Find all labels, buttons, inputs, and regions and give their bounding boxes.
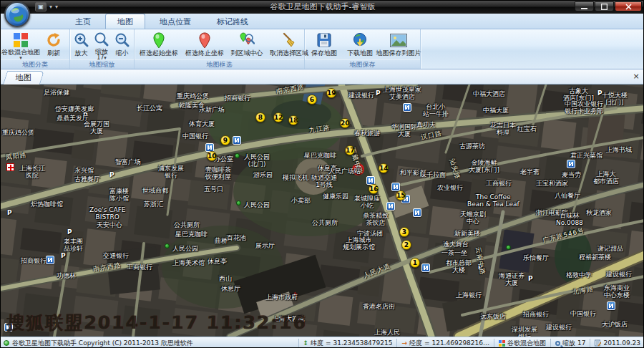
watermark-text: 搜狐联盟2014-1-17 11:32:16 bbox=[6, 311, 307, 334]
latitude-value: 31.234538479215 bbox=[333, 339, 392, 347]
broom-icon bbox=[281, 32, 297, 49]
qat-dropdown-icon[interactable]: ▾ bbox=[49, 4, 52, 10]
ribbon-group-select: 框选起始坐标 框选终止坐标 到区域中心 取消选择区域 地图框选 bbox=[135, 29, 305, 69]
window-title: 谷歌卫星地图下载助手-睿智版 bbox=[1, 1, 644, 14]
hybrid-map-button[interactable]: 谷歌混合地图 ▾ bbox=[2, 31, 39, 61]
refresh-button[interactable]: 刷新 bbox=[39, 31, 68, 61]
qat-customize-icon[interactable]: ▾ bbox=[55, 4, 58, 10]
statusbar-date: 2011.09.23 bbox=[590, 339, 644, 348]
zoom-level-button[interactable]: 缩放 17▾ bbox=[91, 31, 112, 61]
zoom-level-icon bbox=[94, 32, 109, 47]
save-map-button[interactable]: 保存地图 bbox=[306, 31, 342, 61]
zoom-in-button[interactable]: 放大 bbox=[72, 31, 91, 61]
date-icon bbox=[595, 339, 601, 347]
select-start-coord-button[interactable]: 框选起始坐标 bbox=[136, 31, 182, 61]
group-label-zoom: 地图缩放 bbox=[70, 59, 134, 69]
statusbar-longitude: → 经度 = 121.469298216… bbox=[396, 339, 494, 348]
image-icon bbox=[390, 32, 407, 49]
window-controls bbox=[575, 1, 642, 11]
tab-home[interactable]: 主页 bbox=[64, 14, 102, 29]
close-button[interactable] bbox=[615, 1, 642, 11]
app-icon[interactable] bbox=[4, 1, 30, 27]
minimize-button[interactable] bbox=[575, 1, 594, 11]
group-label-save: 地图保存 bbox=[305, 59, 420, 69]
group-label-map-type: 地图分类 bbox=[1, 59, 69, 69]
latitude-arrow-icon: ↕ bbox=[303, 339, 309, 347]
longitude-value: 121.469298216… bbox=[431, 339, 489, 347]
quick-access-toolbar: ▣ ▾ ▾ bbox=[35, 2, 58, 11]
refresh-icon bbox=[46, 32, 62, 49]
zoom-out-icon bbox=[114, 32, 130, 49]
ribbon-group-save: 保存地图 下载地图 地图保存到图片 地图保存 bbox=[305, 29, 421, 69]
select-end-coord-button[interactable]: 框选终止坐标 bbox=[182, 31, 228, 61]
ribbon: 谷歌混合地图 ▾ 刷新 地图分类 放大 缩放 bbox=[1, 29, 644, 69]
doc-tab-map[interactable]: 地图 bbox=[3, 71, 44, 84]
status-dot-icon bbox=[4, 340, 9, 346]
region-center-button[interactable]: 到区域中心 bbox=[228, 31, 266, 61]
longitude-arrow-icon: → bbox=[401, 339, 407, 347]
tab-route[interactable]: 标记路线 bbox=[205, 14, 260, 29]
globe-icon bbox=[8, 5, 28, 25]
window-menu-icon[interactable]: ▣ bbox=[35, 2, 47, 11]
floppy-disk-icon bbox=[317, 32, 331, 49]
statusbar-map-type: 谷歌混合地图 bbox=[494, 339, 550, 348]
download-map-button[interactable]: 下载地图 bbox=[342, 31, 378, 61]
date-value: 2011.09.23 bbox=[603, 339, 640, 347]
map-texture bbox=[1, 84, 644, 337]
map-canvas[interactable]: 南京西路九江路西藏中路人民大道南京西路云南中路汉口路汕头路广东路546号北海路凤… bbox=[1, 84, 644, 337]
tab-map[interactable]: 地图 bbox=[105, 14, 145, 29]
doc-tab-close-icon[interactable]: × bbox=[631, 72, 641, 82]
statusbar: 谷歌卫星地图下载助手 Copyright (C) 2011-2013 欣思维软件… bbox=[1, 337, 644, 348]
ribbon-group-zoom: 放大 缩放 17▾ 缩小 地图缩放 bbox=[70, 29, 135, 69]
red-pin-icon bbox=[199, 32, 210, 49]
zoom-out-button[interactable]: 缩小 bbox=[112, 31, 132, 61]
ribbon-spacer bbox=[421, 29, 644, 69]
save-map-to-image-button[interactable]: 地图保存到图片 bbox=[378, 31, 419, 61]
magnifier-mini-icon bbox=[555, 341, 560, 346]
ribbon-tab-row: 主页 地图 地点位置 标记路线 bbox=[1, 14, 644, 29]
tab-location[interactable]: 地点位置 bbox=[148, 14, 203, 29]
ribbon-group-map-type: 谷歌混合地图 ▾ 刷新 地图分类 bbox=[1, 29, 70, 69]
titlebar: 谷歌卫星地图下载助手-睿智版 ▣ ▾ ▾ bbox=[1, 1, 644, 14]
google-logo-icon bbox=[13, 32, 29, 48]
group-label-select: 地图框选 bbox=[135, 59, 304, 69]
maximize-button[interactable] bbox=[595, 1, 614, 11]
google-mini-icon bbox=[499, 340, 505, 347]
pins-magnifier-icon bbox=[239, 32, 255, 49]
statusbar-copyright: 谷歌卫星地图下载助手 Copyright (C) 2011-2013 欣思维软件 bbox=[1, 339, 298, 348]
globe-download-icon bbox=[352, 32, 368, 49]
zoom-value: 17 bbox=[577, 339, 585, 347]
green-pin-icon bbox=[153, 32, 165, 49]
app-window: 谷歌卫星地图下载助手-睿智版 ▣ ▾ ▾ 主页 地图 地点位置 标记路线 bbox=[0, 0, 644, 348]
zoom-in-icon bbox=[74, 32, 89, 49]
statusbar-latitude: ↕ 纬度 = 31.234538479215 bbox=[298, 339, 397, 348]
document-tab-strip: 地图 × bbox=[1, 69, 644, 84]
statusbar-zoom: 缩放 17 bbox=[550, 339, 590, 348]
